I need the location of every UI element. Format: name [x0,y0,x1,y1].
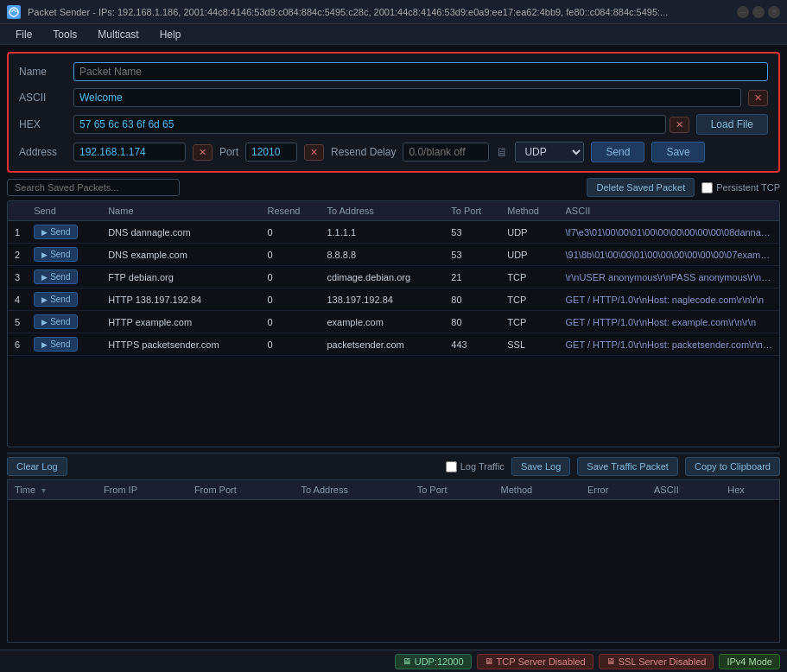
send-row-button[interactable]: ▶ Send [34,337,78,352]
save-traffic-button[interactable]: Save Traffic Packet [577,457,678,476]
send-icon: ▶ [41,228,48,237]
ipv4-status-text: IPv4 Mode [727,656,772,667]
port-input[interactable] [245,143,297,162]
resend-input[interactable] [403,143,489,162]
saved-packets-table: Send Name Resend To Address To Port Meth… [8,201,779,356]
save-button[interactable]: Save [651,142,704,162]
send-row-button[interactable]: ▶ Send [34,225,78,239]
table-row: 3 ▶ Send FTP debian.org 0 cdimage.debian… [8,266,779,288]
send-row-button[interactable]: ▶ Send [34,292,78,307]
row-send[interactable]: ▶ Send [27,244,101,266]
menu-file[interactable]: File [7,27,41,42]
row-send[interactable]: ▶ Send [27,333,101,356]
row-send[interactable]: ▶ Send [27,311,101,333]
row-method: UDP [500,221,558,244]
row-send[interactable]: ▶ Send [27,288,101,311]
row-to-address: 138.197.192.84 [320,288,444,311]
log-table-header: Time ▼ From IP From Port To Address To P… [8,480,779,500]
row-to-port: 80 [444,311,500,333]
send-row-button[interactable]: ▶ Send [34,314,78,329]
address-clear-button[interactable]: ✕ [193,144,213,161]
compose-area: Name ASCII ✕ HEX ✕ Load File Address ✕ P… [7,52,780,173]
sort-arrow: ▼ [40,486,48,495]
hex-input[interactable] [73,115,666,134]
saved-packets-area: Delete Saved Packet Persistent TCP Send … [7,178,780,447]
clear-log-button[interactable]: Clear Log [7,457,67,476]
row-num: 2 [8,244,27,266]
row-ascii: GET / HTTP/1.0\r\nHost: example.com\r\n\… [559,311,779,333]
log-table-wrap: Time ▼ From IP From Port To Address To P… [7,479,780,643]
row-to-address: 8.8.8.8 [320,244,444,266]
row-ascii: GET / HTTP/1.0\r\nHost: naglecode.com\r\… [559,288,779,311]
row-name: DNS example.com [101,244,260,266]
tcp-icon: 🖥 [485,656,493,666]
address-input[interactable] [73,143,186,162]
address-label: Address [19,146,67,158]
delete-saved-button[interactable]: Delete Saved Packet [587,178,695,197]
row-ascii: GET / HTTP/1.0\r\nHost: packetsender.com… [559,333,779,356]
copy-clipboard-button[interactable]: Copy to Clipboard [685,457,780,476]
col-method: Method [500,201,558,221]
port-label: Port [219,146,238,158]
udp-status-text: UDP:12000 [415,656,464,667]
row-ascii: \r\nUSER anonymous\r\nPASS anonymous\r\n… [559,266,779,288]
row-method: TCP [500,288,558,311]
tcp-status-badge: 🖥 TCP Server Disabled [477,654,593,669]
load-file-button[interactable]: Load File [696,114,768,135]
statusbar: 🖥 UDP:12000 🖥 TCP Server Disabled 🖥 SSL … [0,650,787,672]
titlebar: Packet Sender - IPs: 192.168.1.186, 2001… [0,0,787,24]
menu-help[interactable]: Help [151,27,190,42]
port-clear-button[interactable]: ✕ [304,144,324,161]
tcp-status-text: TCP Server Disabled [497,656,586,667]
saved-table-header: Send Name Resend To Address To Port Meth… [8,201,779,221]
send-icon: ▶ [41,318,48,326]
table-row: 6 ▶ Send HTTPS packetsender.com 0 packet… [8,333,779,356]
col-to-port: To Port [444,201,500,221]
send-row-button[interactable]: ▶ Send [34,247,78,262]
row-to-address: packetsender.com [320,333,444,356]
hex-label: HEX [19,118,67,130]
row-method: SSL [500,333,558,356]
send-icon: ▶ [41,295,48,304]
window-controls: — □ ✕ [737,6,780,18]
search-input[interactable] [7,179,180,196]
minimize-button[interactable]: — [737,6,749,18]
ascii-input[interactable] [73,88,741,107]
close-button[interactable]: ✕ [768,6,780,18]
log-col-to-port: To Port [410,480,494,500]
row-send[interactable]: ▶ Send [27,221,101,244]
row-num: 4 [8,288,27,311]
name-input[interactable] [73,62,768,81]
send-icon: ▶ [41,273,48,282]
log-col-to-address: To Address [295,480,410,500]
row-num: 5 [8,311,27,333]
log-traffic-label: Log Traffic [446,461,505,472]
protocol-select[interactable]: UDP TCP SSL [515,142,584,162]
log-col-from-ip: From IP [97,480,187,500]
hex-clear-button[interactable]: ✕ [670,117,689,133]
udp-icon: 🖥 [403,656,411,666]
row-method: TCP [500,311,558,333]
col-ascii: ASCII [559,201,779,221]
row-send[interactable]: ▶ Send [27,266,101,288]
app-icon [7,5,21,19]
log-col-hex: Hex [720,480,779,500]
menu-tools[interactable]: Tools [44,27,86,42]
row-ascii: \91\8b\01\00\00\01\00\00\00\00\00\00\07e… [559,244,779,266]
menubar: File Tools Multicast Help [0,24,787,45]
saved-toolbar: Delete Saved Packet Persistent TCP [7,178,780,197]
log-col-method: Method [494,480,581,500]
save-log-button[interactable]: Save Log [511,457,570,476]
menu-multicast[interactable]: Multicast [89,27,147,42]
log-traffic-checkbox[interactable] [446,461,457,472]
row-name: HTTP 138.197.192.84 [101,288,260,311]
persistent-tcp-checkbox[interactable] [701,182,713,193]
table-row: 2 ▶ Send DNS example.com 0 8.8.8.8 53 UD… [8,244,779,266]
ascii-clear-button[interactable]: ✕ [748,90,768,106]
log-col-time: Time ▼ [8,480,97,500]
send-row-button[interactable]: ▶ Send [34,269,78,284]
send-button[interactable]: Send [591,142,644,162]
maximize-button[interactable]: □ [752,6,765,18]
row-resend: 0 [261,266,321,288]
send-icon: ▶ [41,250,48,259]
